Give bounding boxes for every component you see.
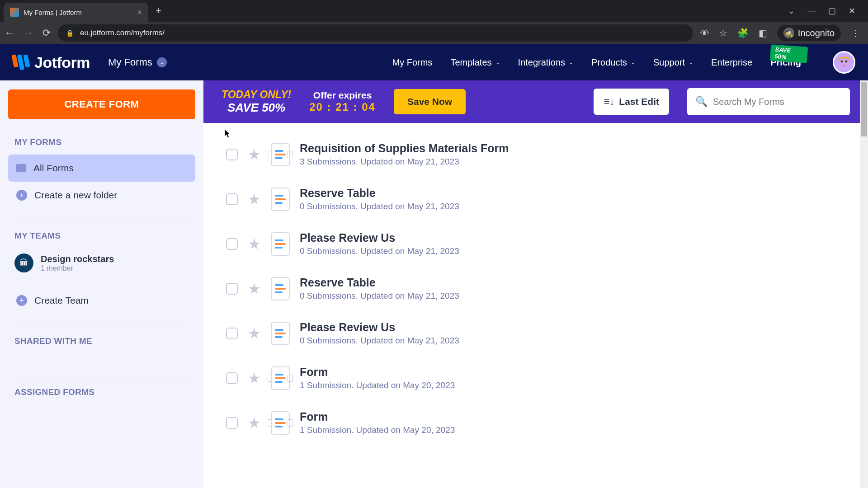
form-row[interactable]: ★ Please Review Us 0 Submissions. Update… xyxy=(203,311,868,356)
nav-products[interactable]: Products⌄ xyxy=(591,57,635,68)
checkbox[interactable] xyxy=(226,193,238,205)
nav-my-forms[interactable]: My Forms xyxy=(392,57,432,68)
sidebar-team-item[interactable]: 🏛 Design rockstars 1 member xyxy=(8,248,195,278)
form-row[interactable]: ★ Requisition of Supplies Materials Form… xyxy=(203,132,868,177)
star-icon[interactable]: ★ xyxy=(248,370,261,387)
sidebar-item-label: All Forms xyxy=(33,163,74,174)
eye-off-icon[interactable]: 👁 xyxy=(700,28,709,38)
star-icon[interactable]: ★ xyxy=(248,325,261,342)
form-type-icon xyxy=(271,143,290,166)
plus-icon: + xyxy=(16,190,27,201)
side-panel-icon[interactable]: ◧ xyxy=(759,28,767,38)
address-bar: ← → ⟳ 🔒 eu.jotform.com/myforms/ 👁 ☆ 🧩 ◧ … xyxy=(0,22,868,44)
checkbox[interactable] xyxy=(226,328,238,339)
new-tab-button[interactable]: + xyxy=(152,5,165,17)
form-row[interactable]: ★ Form 1 Submission. Updated on May 20, … xyxy=(203,400,868,445)
minimize-icon[interactable]: — xyxy=(807,6,816,16)
promo-line1: TODAY ONLY! xyxy=(222,89,291,101)
expires-time: 20 : 21 : 04 xyxy=(309,101,376,113)
chevron-down-icon: ⌄ xyxy=(495,59,500,66)
promo-text: TODAY ONLY! SAVE 50% xyxy=(222,89,291,115)
star-icon[interactable]: ★ xyxy=(248,191,261,208)
url-field[interactable]: 🔒 eu.jotform.com/myforms/ xyxy=(58,24,693,42)
checkbox[interactable] xyxy=(226,417,238,429)
back-icon[interactable]: ← xyxy=(5,27,14,39)
form-row[interactable]: ★ Reserve Table 0 Submissions. Updated o… xyxy=(203,177,868,221)
maximize-icon[interactable]: ▢ xyxy=(828,6,836,16)
reload-icon[interactable]: ⟳ xyxy=(42,27,51,39)
url-text: eu.jotform.com/myforms/ xyxy=(80,28,165,38)
nav-pricing[interactable]: SAVE 50% Pricing xyxy=(770,57,801,68)
form-row[interactable]: ★ Reserve Table 0 Submissions. Updated o… xyxy=(203,266,868,311)
favicon-icon xyxy=(10,8,19,17)
checkbox[interactable] xyxy=(226,372,238,384)
browser-menu-icon[interactable]: ⋮ xyxy=(851,28,860,38)
nav-label: Products xyxy=(591,57,627,68)
svg-point-3 xyxy=(842,65,846,67)
close-tab-icon[interactable]: × xyxy=(137,8,142,17)
form-meta: 0 Submissions. Updated on May 21, 2023 xyxy=(300,202,459,211)
form-title: Form xyxy=(300,366,455,379)
chevron-down-icon: ⌄ xyxy=(689,59,693,66)
sidebar-item-all-forms[interactable]: All Forms xyxy=(8,155,195,182)
sidebar-create-team[interactable]: + Create Team xyxy=(8,287,195,314)
svg-point-2 xyxy=(845,61,848,63)
tabs-dropdown-icon[interactable]: ⌄ xyxy=(788,6,795,16)
avatar[interactable] xyxy=(833,51,855,74)
checkbox[interactable] xyxy=(226,283,238,295)
checkbox[interactable] xyxy=(226,238,238,250)
workspace-label: My Forms xyxy=(108,56,152,68)
create-form-button[interactable]: CREATE FORM xyxy=(8,89,195,119)
promo-bar: TODAY ONLY! SAVE 50% Offer expires 20 : … xyxy=(203,80,868,123)
sidebar-section-shared[interactable]: SHARED WITH ME xyxy=(8,336,195,353)
folder-icon xyxy=(16,164,26,172)
chevron-down-icon: ⌄ xyxy=(631,59,635,66)
star-icon[interactable]: ★ xyxy=(248,235,261,253)
form-title: Please Review Us xyxy=(300,231,459,244)
form-type-icon xyxy=(271,232,290,256)
sidebar-section-assigned[interactable]: ASSIGNED FORMS xyxy=(8,387,195,404)
chevron-down-icon: ⌄ xyxy=(157,57,167,67)
save-now-button[interactable]: Save Now xyxy=(394,89,466,114)
form-type-icon xyxy=(271,277,290,300)
star-icon[interactable]: ★ xyxy=(248,414,261,432)
nav-label: Integrations xyxy=(518,57,566,68)
checkbox[interactable] xyxy=(226,149,238,160)
search-wrap[interactable]: 🔍 xyxy=(687,88,850,115)
nav-templates[interactable]: Templates⌄ xyxy=(450,57,500,68)
nav-label: My Forms xyxy=(392,57,432,68)
star-icon[interactable]: ★ xyxy=(248,146,261,163)
promo-expires: Offer expires 20 : 21 : 04 xyxy=(309,90,376,113)
nav-enterprise[interactable]: Enterprise xyxy=(711,57,752,68)
sort-button[interactable]: ≡↓ Last Edit xyxy=(594,89,669,115)
sidebar-item-label: Create a new folder xyxy=(34,190,117,201)
close-window-icon[interactable]: ✕ xyxy=(849,6,855,16)
divider xyxy=(14,220,189,220)
sidebar-item-label: Create Team xyxy=(34,295,89,306)
incognito-icon: 🕵 xyxy=(783,28,794,38)
extensions-icon[interactable]: 🧩 xyxy=(737,28,749,38)
form-type-icon xyxy=(271,366,290,390)
form-row[interactable]: ★ Please Review Us 0 Submissions. Update… xyxy=(203,221,868,266)
star-icon[interactable]: ★ xyxy=(248,280,261,297)
scrollbar-thumb[interactable] xyxy=(861,82,867,136)
browser-tab[interactable]: My Forms | Jotform × xyxy=(4,3,148,22)
incognito-badge[interactable]: 🕵 Incognito xyxy=(777,25,841,41)
form-row[interactable]: ★ Form 1 Submission. Updated on May 20, … xyxy=(203,356,868,400)
nav-support[interactable]: Support⌄ xyxy=(653,57,693,68)
divider xyxy=(14,376,189,376)
promo-line2: SAVE 50% xyxy=(227,101,285,115)
star-icon[interactable]: ☆ xyxy=(719,28,727,38)
sidebar-create-folder[interactable]: + Create a new folder xyxy=(8,182,195,209)
sidebar-section-my-forms: MY FORMS xyxy=(8,137,195,155)
workspace-switcher[interactable]: My Forms ⌄ xyxy=(108,56,167,68)
form-title: Form xyxy=(300,410,455,423)
search-input[interactable] xyxy=(713,97,842,107)
logo[interactable]: Jotform xyxy=(13,54,90,71)
forward-icon[interactable]: → xyxy=(24,27,33,39)
form-title: Please Review Us xyxy=(300,321,459,334)
nav-integrations[interactable]: Integrations⌄ xyxy=(518,57,574,68)
app-header: Jotform My Forms ⌄ My Forms Templates⌄ I… xyxy=(0,44,868,80)
form-list: ★ Requisition of Supplies Materials Form… xyxy=(203,123,868,488)
scrollbar-track[interactable] xyxy=(860,80,868,488)
